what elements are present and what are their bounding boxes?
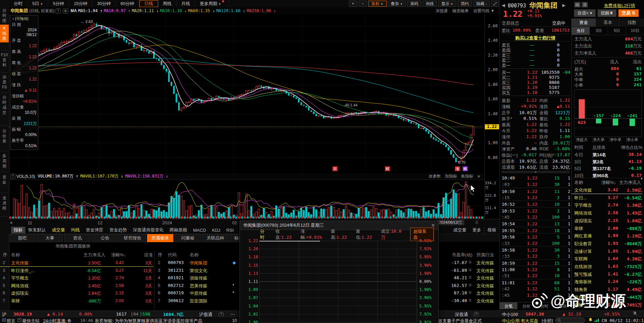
mute-bell-icon[interactable]: [633, 311, 637, 317]
expand-icon[interactable]: ⤢: [491, 1, 499, 7]
vol-button-加指标[interactable]: 加指标: [445, 173, 457, 179]
l2-trial-link[interactable]: 免费体验L2行情: [604, 3, 635, 9]
sector-row[interactable]: 海南板块1.24-226万: [572, 278, 642, 285]
indicator-right-成交量[interactable]: 成交量: [450, 227, 469, 233]
info-panel-title[interactable]: ☀[可拖动]: [12, 16, 37, 21]
table-row[interactable]: 7举牌-888万2.003天: [0, 297, 153, 304]
table-row[interactable]: 2000793华闻集团◆: [154, 259, 240, 266]
kline-chart[interactable]: [9, 14, 485, 173]
indicator-tab-深股通持股变化[interactable]: 深股通持股变化: [130, 227, 167, 233]
indicator-tab-RSI[interactable]: RSI: [223, 228, 237, 233]
tool-button-复权[interactable]: 复权▼: [368, 1, 387, 7]
content-tab-问董秘[interactable]: 问董秘: [175, 234, 201, 242]
vol-button-✕[interactable]: ✕: [477, 174, 480, 179]
minute-chart-popup[interactable]: 华闻集团(000793) 2024年6月12日 星期三✕分时收盘:1.22涨幅:…: [240, 221, 439, 323]
chart-link-设置均线[interactable]: 设置均线 ▼: [473, 8, 495, 14]
fund-subtab-10日[interactable]: 10日: [626, 27, 644, 35]
tool-button-画线[interactable]: 画线: [423, 1, 437, 7]
table-row[interactable]: 3301231荣信文化: [154, 267, 240, 274]
table-row[interactable]: 2文化传媒2.50亿3.423天: [0, 259, 153, 267]
chart-badge-涨[interactable]: 涨: [455, 166, 460, 171]
sidebar-item-深度F9[interactable]: 深度F9: [0, 73, 9, 91]
table-row[interactable]: 3昨日涨停_...-6.54亿3.2711天: [0, 267, 153, 274]
period-tab-月线[interactable]: 月线: [177, 0, 195, 7]
next-stock-icon[interactable]: ▶: [562, 3, 566, 8]
sector-row[interactable]: 车联网1.644.38亿: [572, 255, 642, 262]
table-row[interactable]: 5002712思美传媒*: [154, 282, 240, 289]
indicator-tab-两融差额[interactable]: 两融差额: [167, 227, 190, 233]
sector-row[interactable]: 文化传媒3.422.50亿: [572, 186, 642, 194]
indicator-tab-MACD[interactable]: MACD: [190, 228, 209, 233]
hot-stock-alert[interactable]: 中山公用 有大买盘: [502, 318, 538, 323]
tool-button-显示[interactable]: 显示▼: [438, 1, 456, 7]
chart-link-融资融券[interactable]: 融资融券: [453, 8, 469, 14]
tool-button-筹码[interactable]: 筹码: [407, 1, 421, 7]
period-tab-周线[interactable]: 周线: [158, 0, 177, 7]
alert-button[interactable]: 提醒: [598, 9, 616, 17]
content-tab-股吧[interactable]: 股吧: [9, 234, 35, 242]
sector-row[interactable]: 举牌2.00-888万: [572, 225, 642, 232]
table-row[interactable]: 5网络游戏1.45亿2.583天: [0, 282, 153, 289]
period-tab-5分钟[interactable]: 5分钟: [48, 0, 69, 7]
sidebar-item-龙虎榜[interactable]: 龙虎榜: [0, 194, 9, 212]
sidebar-item-分价表[interactable]: 分价表: [0, 127, 9, 145]
period-tab-30分钟[interactable]: 30分钟: [93, 0, 116, 7]
scroll-up-icon[interactable]: ▲: [640, 177, 643, 180]
live-label[interactable]: 24小时直播:: [43, 318, 67, 323]
sidebar-item-K线图[interactable]: K线图: [0, 25, 9, 42]
table-row[interactable]: 4字节概念1.30亿2.743天: [0, 274, 153, 282]
buy-l2-link[interactable]: 购买L2查看十档行情: [502, 35, 569, 41]
vol-help-icon[interactable]: ?: [10, 174, 15, 179]
tool-button-隐藏[interactable]: 隐藏»: [473, 1, 490, 7]
sector-row[interactable]: 网络游戏2.581.45亿: [572, 209, 642, 217]
collapse-handle[interactable]: ▲: [502, 171, 570, 173]
sidebar-item-分时图[interactable]: 分时图: [0, 7, 9, 25]
fund-tab-指数[interactable]: 指数: [620, 19, 644, 27]
sector-row[interactable]: 字节概念2.741.30亿: [572, 201, 642, 209]
indicator-tab-恢复默认[interactable]: 恢复默认: [25, 227, 49, 233]
message-label[interactable]: 留言: [7, 318, 15, 323]
period-tab-日线[interactable]: 日线: [139, 0, 158, 7]
indicator-right-更多[interactable]: 更多: [469, 227, 485, 233]
tool-button-叠加[interactable]: 叠加▼: [388, 1, 406, 7]
fund-tab-基本[interactable]: 基本: [596, 19, 620, 27]
period-tab-更多周期[interactable]: 更多周期▼: [195, 0, 229, 7]
ohlc-info-panel[interactable]: ☀[可拖动]日 期202406/12开 盘1.22最 高1.22最 低1.22收…: [10, 15, 38, 150]
table-row[interactable]: 7300612宣亚国际: [154, 297, 240, 304]
sidebar-item-F10资料[interactable]: F10资料: [0, 51, 9, 69]
zoom-in-button[interactable]: +: [349, 1, 357, 7]
content-tab-大事[interactable]: 大事: [37, 234, 63, 242]
indicator-tab-KDJ[interactable]: KDJ: [209, 228, 223, 233]
all-link[interactable]: [全部]: [542, 318, 553, 323]
volume-chart[interactable]: [9, 180, 485, 218]
table-row[interactable]: 6虚拟现实1.84亿2.153天: [0, 289, 153, 297]
content-tab-公告[interactable]: 公告: [92, 234, 118, 242]
chart-badge-财[interactable]: 财: [385, 166, 390, 171]
fund-subtab-5日[interactable]: 5日: [608, 27, 626, 35]
indicator-tab-指标[interactable]: 指标: [11, 227, 25, 233]
quote-tab-分笔[interactable]: 分笔: [500, 302, 517, 309]
indicator-tab-资金博弈[interactable]: 资金博弈: [83, 227, 106, 233]
period-tab-15分钟[interactable]: 15分钟: [69, 0, 92, 7]
table-row[interactable]: 6000719中原传媒*: [154, 289, 240, 297]
sector-row[interactable]: 预亏预减1.41-6.27亿: [572, 270, 642, 278]
axis-menu-icon[interactable]: ☰: [475, 220, 478, 225]
content-tab-所属板块[interactable]: 所属板块: [147, 234, 173, 242]
tool-button-简约[interactable]: 简约: [458, 1, 472, 7]
content-tab-研究报告[interactable]: 研究报告: [119, 234, 146, 242]
sector-row[interactable]: 昨日...3.27-6.54亿: [572, 194, 642, 201]
indicator-tab-均线[interactable]: 均线: [68, 227, 83, 233]
station-icon[interactable]: [17, 318, 22, 323]
message-icon[interactable]: [2, 318, 6, 323]
fund-subtab-3日[interactable]: 3日: [590, 27, 608, 35]
fund-subtab-当日[interactable]: 当日: [572, 27, 590, 35]
sector-row[interactable]: 在线旅游1.63-7325万: [572, 263, 642, 270]
add-watchlist-button[interactable]: 自选+ ▾: [574, 9, 596, 17]
indicator-right-模板[interactable]: 模板: [485, 227, 499, 233]
chart-badge-横[interactable]: 横: [463, 166, 468, 171]
indicator-tab-资金趋势[interactable]: 资金趋势: [106, 227, 130, 233]
sidebar-item-分时成交[interactable]: 分时成交: [0, 94, 9, 117]
sector-row[interactable]: 虚拟现实2.151.84亿: [572, 217, 642, 224]
chart-link-深股通[interactable]: 深股通: [436, 8, 448, 14]
sector-row[interactable]: 边缘计算1.851.94亿: [572, 248, 642, 255]
